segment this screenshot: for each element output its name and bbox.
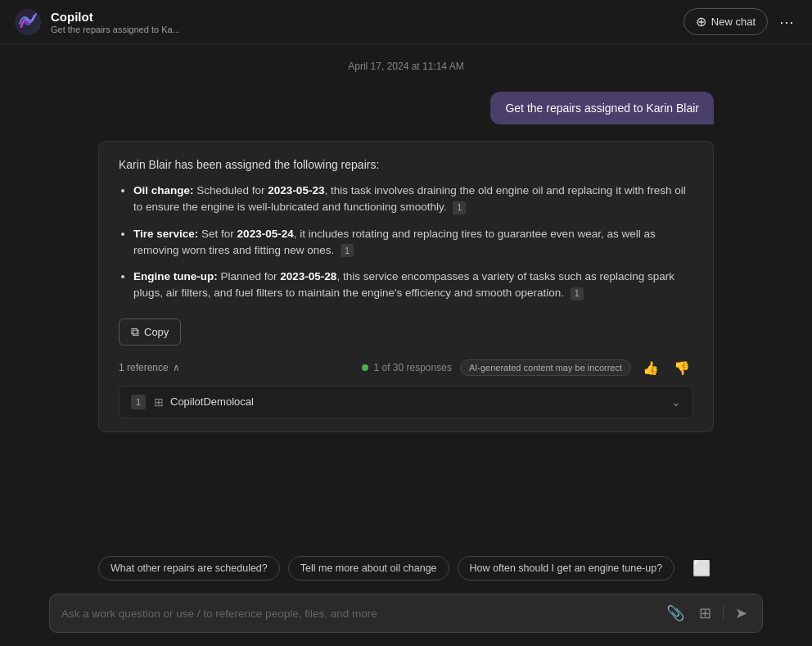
thumbs-up-icon: 👍 xyxy=(643,361,659,375)
chat-timestamp: April 17, 2024 at 11:14 AM xyxy=(98,61,714,72)
ellipsis-icon: ⋯ xyxy=(779,14,794,30)
more-options-button[interactable]: ⋯ xyxy=(774,8,799,36)
reference-label: 1 reference xyxy=(119,362,169,373)
green-dot xyxy=(362,364,368,371)
input-area: 📎 ⊞ ➤ xyxy=(0,589,812,646)
suggestion-chip-2[interactable]: Tell me more about oil change xyxy=(288,556,449,580)
header-actions: ⊕ New chat ⋯ xyxy=(683,8,799,36)
repair-name-2: Tire service: xyxy=(133,228,198,240)
suggestion-chip-1[interactable]: What other repairs are scheduled? xyxy=(98,556,280,580)
ref-badge-2: 1 xyxy=(341,244,354,257)
app-name: Copilot xyxy=(51,10,683,25)
reference-toggle[interactable]: 1 reference ∧ xyxy=(119,362,180,373)
repair-text-2: Set for 2023-05-24, it includes rotating… xyxy=(133,228,656,256)
thumbs-up-button[interactable]: 👍 xyxy=(639,359,662,377)
attachment-button[interactable]: 📎 xyxy=(663,603,688,624)
repair-list: Oil change: Scheduled for 2023-05-23, th… xyxy=(119,183,693,302)
copy-label: Copy xyxy=(144,326,169,338)
repair-name-3: Engine tune-up: xyxy=(133,270,218,282)
suggestions-bar: What other repairs are scheduled? Tell m… xyxy=(0,548,812,589)
thumbs-down-button[interactable]: 👎 xyxy=(670,359,693,377)
grid-icon: ⊞ xyxy=(699,604,711,622)
chat-input[interactable] xyxy=(61,608,655,620)
ai-intro: Karin Blair has been assigned the follow… xyxy=(119,158,693,171)
new-chat-label: New chat xyxy=(711,16,756,28)
counter-text: 1 of 30 responses xyxy=(373,362,451,373)
expand-icon: ⬜ xyxy=(692,560,710,576)
user-message: Get the repairs assigned to Karin Blair xyxy=(98,92,714,124)
input-divider xyxy=(723,605,724,621)
reference-item[interactable]: 1 ⊞ CopilotDemolocal ⌄ xyxy=(119,386,693,418)
ref-badge-3: 1 xyxy=(571,287,584,300)
list-item: Engine tune-up: Planned for 2023-05-28, … xyxy=(133,269,693,302)
ai-generated-badge: AI-generated content may be incorrect xyxy=(460,359,631,376)
list-item: Tire service: Set for 2023-05-24, it inc… xyxy=(133,226,693,260)
suggestion-chip-3[interactable]: How often should I get an engine tune-up… xyxy=(458,556,675,580)
ref-number: 1 xyxy=(131,395,146,409)
list-item: Oil change: Scheduled for 2023-05-23, th… xyxy=(133,183,693,216)
chat-area: April 17, 2024 at 11:14 AM Get the repai… xyxy=(0,44,812,548)
input-box: 📎 ⊞ ➤ xyxy=(49,594,763,633)
copilot-logo xyxy=(13,7,43,37)
chevron-up-icon: ∧ xyxy=(173,362,180,373)
suggestion-chip-2-label: Tell me more about oil change xyxy=(300,562,437,574)
ai-response-card: Karin Blair has been assigned the follow… xyxy=(98,141,714,432)
repair-text-1: Scheduled for 2023-05-23, this task invo… xyxy=(133,184,686,213)
send-icon: ➤ xyxy=(735,605,747,621)
svg-point-1 xyxy=(25,19,31,25)
suggestion-chip-3-label: How often should I get an engine tune-up… xyxy=(470,562,663,574)
response-counter: 1 of 30 responses xyxy=(362,362,451,373)
send-button[interactable]: ➤ xyxy=(732,603,751,624)
thumbs-down-icon: 👎 xyxy=(674,361,690,375)
plus-circle-icon: ⊕ xyxy=(696,14,706,29)
copy-button[interactable]: ⧉ Copy xyxy=(119,318,181,346)
header-title-group: Copilot Get the repairs assigned to Ka..… xyxy=(51,10,683,34)
ref-badge-1: 1 xyxy=(453,201,466,215)
expand-suggestions-button[interactable]: ⬜ xyxy=(689,556,714,580)
document-icon: ⊞ xyxy=(154,395,164,409)
copy-icon: ⧉ xyxy=(131,325,139,339)
reference-source-name: CopilotDemolocal xyxy=(170,395,671,408)
paperclip-icon: 📎 xyxy=(666,604,684,622)
suggestion-chip-1-label: What other repairs are scheduled? xyxy=(111,562,268,574)
ai-card-footer: 1 reference ∧ 1 of 30 responses AI-gener… xyxy=(119,359,693,377)
files-button[interactable]: ⊞ xyxy=(696,603,715,624)
header-subtitle: Get the repairs assigned to Ka... xyxy=(51,25,683,34)
app-header: Copilot Get the repairs assigned to Ka..… xyxy=(0,0,812,44)
user-bubble: Get the repairs assigned to Karin Blair xyxy=(490,92,714,124)
new-chat-button[interactable]: ⊕ New chat xyxy=(683,8,768,35)
repair-name-1: Oil change: xyxy=(133,184,194,197)
ref-chevron-down-icon: ⌄ xyxy=(671,395,681,409)
